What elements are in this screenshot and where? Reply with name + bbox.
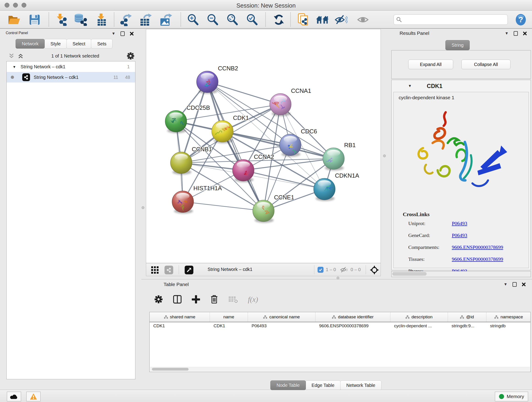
- panel-close-icon[interactable]: [130, 32, 134, 36]
- collapse-all-icon[interactable]: [9, 53, 15, 58]
- network-row[interactable]: String Network – cdk1 11 48: [7, 72, 135, 83]
- right-splitter-handle[interactable]: [383, 154, 386, 157]
- column-header-name[interactable]: name: [210, 312, 248, 322]
- network-edge[interactable]: [207, 82, 280, 104]
- cloud-button[interactable]: [7, 392, 21, 401]
- add-column-icon[interactable]: [191, 295, 200, 304]
- table-options-gear-icon[interactable]: [154, 295, 163, 304]
- network-node-CDK1[interactable]: [212, 121, 233, 143]
- network-edge[interactable]: [183, 202, 264, 211]
- table-row[interactable]: CDK1CDK1P064939606.ENSP00000378699cyclin…: [150, 322, 530, 330]
- birds-eye-view-icon[interactable]: [185, 266, 193, 274]
- results-close-icon[interactable]: [523, 32, 527, 36]
- network-node-CCNA1[interactable]: [270, 94, 291, 116]
- show-hide-graphics-button[interactable]: [335, 13, 348, 26]
- search-field[interactable]: [394, 14, 508, 25]
- network-node-CCNB2[interactable]: [196, 71, 218, 94]
- tab-node-table[interactable]: Node Table: [270, 380, 306, 390]
- column-header-databaseidentifier[interactable]: database identifier: [316, 312, 390, 322]
- panel-float-icon[interactable]: [120, 32, 125, 36]
- network-edge[interactable]: [243, 170, 324, 189]
- table-collapse-icon[interactable]: ▼: [504, 282, 507, 287]
- collection-expand-icon[interactable]: ▼: [13, 65, 16, 69]
- network-edge[interactable]: [207, 82, 334, 159]
- crosshair-icon[interactable]: [370, 265, 379, 275]
- column-header-id[interactable]: @id: [448, 312, 486, 322]
- zoom-out-button[interactable]: [206, 13, 220, 26]
- delete-column-icon[interactable]: [210, 294, 219, 304]
- selected-checkbox-icon[interactable]: [317, 267, 323, 273]
- export-network-button[interactable]: [119, 13, 133, 26]
- protein-header-row[interactable]: ▼ CDK1: [392, 80, 531, 92]
- copy-network-button[interactable]: [297, 13, 310, 26]
- refresh-button[interactable]: [272, 13, 285, 26]
- export-image-button[interactable]: [159, 13, 172, 26]
- network-node-CCNA2[interactable]: [233, 160, 254, 182]
- table-cell[interactable]: CDK1: [210, 322, 248, 330]
- table-hscrollbar-thumb[interactable]: [152, 368, 189, 370]
- table-cell[interactable]: CDK1: [150, 322, 210, 330]
- crosslink-value-link[interactable]: 9606.ENSP00000378699: [452, 256, 503, 262]
- column-header-description[interactable]: description: [390, 312, 448, 322]
- collection-row[interactable]: ▼ String Network – cdk1 1: [7, 61, 135, 72]
- tab-select[interactable]: Select: [66, 39, 92, 49]
- table-cell[interactable]: stringdb: [486, 322, 531, 330]
- column-header-canonicalname[interactable]: canonical name: [248, 312, 316, 322]
- column-header-namespace[interactable]: namespace: [486, 312, 531, 322]
- protein-expand-icon[interactable]: ▼: [408, 84, 412, 88]
- crosslink-value-link[interactable]: P06493: [452, 220, 467, 226]
- network-canvas[interactable]: CCNB2CCNA1CDC25BCDK1CDC6RB1CCNB1CCNA2CDK…: [146, 29, 381, 263]
- table-cell[interactable]: cyclin-dependent ...: [390, 322, 448, 330]
- column-header-sharedname[interactable]: shared name: [150, 312, 210, 322]
- fit-content-button[interactable]: [226, 13, 239, 26]
- network-node-RB1[interactable]: [323, 148, 344, 171]
- network-node-CDC25B[interactable]: [165, 110, 187, 133]
- left-splitter-handle[interactable]: [142, 206, 144, 209]
- table-hscrollbar-track[interactable]: [150, 367, 530, 371]
- help-button[interactable]: ?: [514, 13, 527, 26]
- zoom-in-button[interactable]: [186, 13, 200, 26]
- network-node-HIST1H1A[interactable]: [172, 191, 194, 214]
- table-cell[interactable]: P06493: [248, 322, 316, 330]
- crosslink-value-link[interactable]: 9606.ENSP00000378699: [452, 244, 503, 250]
- network-node-CCNB1[interactable]: [171, 152, 192, 175]
- tab-style[interactable]: Style: [44, 39, 67, 49]
- warning-button[interactable]: [26, 392, 41, 401]
- results-scrollbar-track[interactable]: [391, 271, 531, 277]
- memory-button[interactable]: Memory: [495, 392, 528, 401]
- network-share-view-icon[interactable]: [165, 266, 173, 274]
- table-cell[interactable]: 9606.ENSP00000378699: [316, 322, 390, 330]
- node-table[interactable]: shared namenamecanonical namedatabase id…: [149, 312, 531, 372]
- show-columns-icon[interactable]: [173, 295, 182, 304]
- import-network-database-button[interactable]: [74, 13, 87, 26]
- tab-sets[interactable]: Sets: [91, 39, 113, 49]
- results-scrollbar-thumb[interactable]: [392, 272, 427, 276]
- tab-edge-table[interactable]: Edge Table: [305, 380, 341, 390]
- export-table-button[interactable]: [139, 13, 152, 26]
- grid-view-icon[interactable]: [151, 266, 158, 274]
- results-float-icon[interactable]: [514, 31, 518, 36]
- open-session-button[interactable]: [7, 13, 21, 26]
- network-node-CCNE1[interactable]: [253, 200, 274, 223]
- panel-collapse-icon[interactable]: ▼: [112, 32, 115, 36]
- expand-all-icon[interactable]: [18, 53, 24, 58]
- network-node-CDC6[interactable]: [279, 134, 301, 157]
- import-table-file-button[interactable]: [95, 13, 108, 26]
- eye-button[interactable]: [356, 13, 370, 26]
- tab-network-table[interactable]: Network Table: [340, 380, 381, 390]
- collapse-all-button[interactable]: Collapse All: [462, 60, 510, 69]
- save-session-button[interactable]: [28, 13, 41, 26]
- import-network-file-button[interactable]: [55, 13, 68, 26]
- table-float-icon[interactable]: [513, 282, 517, 287]
- home-button[interactable]: [316, 13, 329, 26]
- results-tab-string[interactable]: String: [445, 40, 470, 50]
- table-cell[interactable]: stringdb:9...: [448, 322, 486, 330]
- network-options-gear-icon[interactable]: [127, 52, 134, 60]
- search-input[interactable]: [402, 17, 500, 22]
- network-node-CDKN1A[interactable]: [314, 178, 335, 201]
- results-collapse-icon[interactable]: ▼: [505, 31, 509, 36]
- crosslink-value-link[interactable]: P06493: [452, 232, 467, 238]
- expand-all-button[interactable]: Expand All: [408, 60, 453, 69]
- table-close-icon[interactable]: [522, 282, 526, 287]
- zoom-selected-button[interactable]: [246, 13, 259, 26]
